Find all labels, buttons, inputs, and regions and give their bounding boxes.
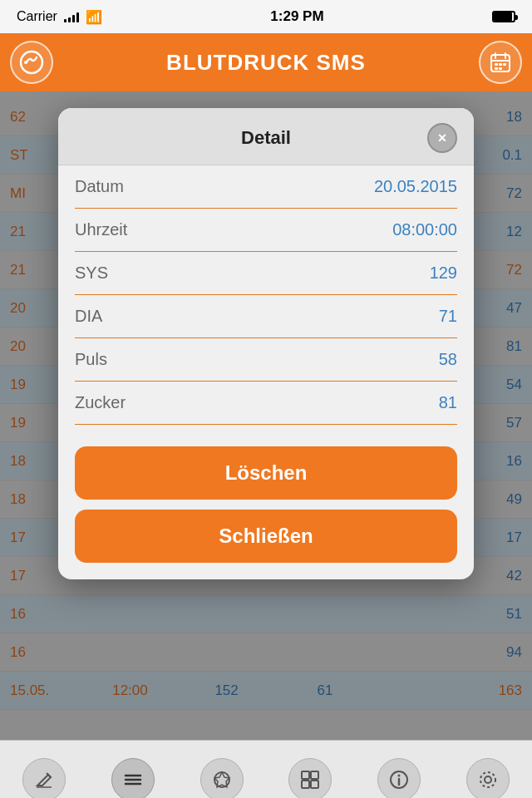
- svg-rect-19: [311, 781, 318, 788]
- svg-point-23: [485, 776, 491, 783]
- zucker-value: 81: [439, 393, 457, 412]
- datum-label: Datum: [75, 177, 124, 196]
- modal-close-button[interactable]: ×: [427, 123, 457, 153]
- svg-point-21: [398, 775, 401, 777]
- svg-rect-7: [499, 63, 502, 66]
- info-icon: [377, 758, 421, 798]
- grafik1-icon: [200, 758, 244, 798]
- header-logo: [10, 41, 53, 84]
- svg-rect-16: [302, 771, 309, 779]
- zucker-label: Zucker: [75, 393, 126, 412]
- grafik2-icon: [288, 758, 332, 798]
- app-title: BLUTDRUCK SMS: [166, 50, 366, 76]
- tab-eingabe[interactable]: Eingabe: [0, 758, 89, 798]
- modal-body: Datum 20.05.2015 Uhrzeit 08:00:00 SYS 12…: [58, 165, 474, 433]
- uhrzeit-label: Uhrzeit: [75, 220, 127, 239]
- svg-rect-9: [495, 67, 498, 70]
- svg-rect-6: [495, 63, 498, 66]
- modal-header: Detail ×: [58, 108, 474, 165]
- wifi-icon: 📶: [86, 9, 102, 25]
- detail-row-zucker: Zucker 81: [75, 382, 457, 425]
- modal-title: Detail: [105, 127, 427, 149]
- status-bar-right: [492, 11, 515, 22]
- carrier-label: Carrier: [17, 9, 57, 24]
- datum-value: 20.05.2015: [374, 177, 457, 196]
- detail-modal: Detail × Datum 20.05.2015 Uhrzeit 08:00:…: [58, 108, 474, 579]
- delete-button[interactable]: Löschen: [75, 446, 457, 500]
- detail-row-dia: DIA 71: [75, 295, 457, 338]
- close-icon: ×: [438, 131, 447, 145]
- calendar-icon: [489, 51, 512, 74]
- dia-value: 71: [439, 307, 457, 326]
- puls-label: Puls: [75, 350, 107, 369]
- vorgaben-icon: [466, 758, 510, 798]
- modal-buttons: Löschen Schließen: [58, 433, 474, 579]
- eingabe-icon: [22, 758, 66, 798]
- detail-row-uhrzeit: Uhrzeit 08:00:00: [75, 209, 457, 252]
- detail-row-puls: Puls 58: [75, 338, 457, 382]
- tab-bar: Eingabe Liste Grafik 1: [0, 740, 532, 798]
- detail-row-sys: SYS 129: [75, 252, 457, 295]
- svg-point-24: [480, 772, 495, 787]
- calendar-button[interactable]: [479, 41, 522, 84]
- svg-rect-8: [503, 63, 506, 66]
- puls-value: 58: [439, 350, 457, 369]
- dia-label: DIA: [75, 307, 102, 326]
- signal-icon: [64, 11, 79, 22]
- modal-overlay: Detail × Datum 20.05.2015 Uhrzeit 08:00:…: [0, 91, 532, 740]
- sys-value: 129: [430, 264, 457, 283]
- status-bar: Carrier 📶 1:29 PM: [0, 0, 532, 33]
- status-bar-time: 1:29 PM: [270, 8, 323, 25]
- svg-rect-17: [311, 771, 318, 779]
- uhrzeit-value: 08:00:00: [392, 220, 457, 239]
- battery-icon: [492, 11, 515, 22]
- tab-liste[interactable]: Liste: [89, 758, 178, 798]
- main-content: 62 Mi 3Z 18 ST 0.1 MI 72 21 12: [0, 91, 532, 740]
- tab-vorgaben[interactable]: Vorgaben: [443, 758, 532, 798]
- svg-point-0: [21, 52, 42, 73]
- logo-svg: [18, 49, 45, 76]
- svg-rect-18: [302, 781, 309, 788]
- detail-row-datum: Datum 20.05.2015: [75, 165, 457, 209]
- close-button[interactable]: Schließen: [75, 510, 457, 563]
- svg-point-1: [24, 61, 27, 64]
- status-bar-left: Carrier 📶: [17, 9, 102, 25]
- liste-icon: [111, 758, 155, 798]
- sys-label: SYS: [75, 264, 108, 283]
- tab-grafik2[interactable]: Grafik 2: [266, 758, 355, 798]
- svg-rect-10: [499, 67, 502, 70]
- app-header: BLUTDRUCK SMS: [0, 33, 532, 91]
- tab-grafik1[interactable]: Grafik 1: [177, 758, 266, 798]
- tab-info[interactable]: Info: [355, 758, 444, 798]
